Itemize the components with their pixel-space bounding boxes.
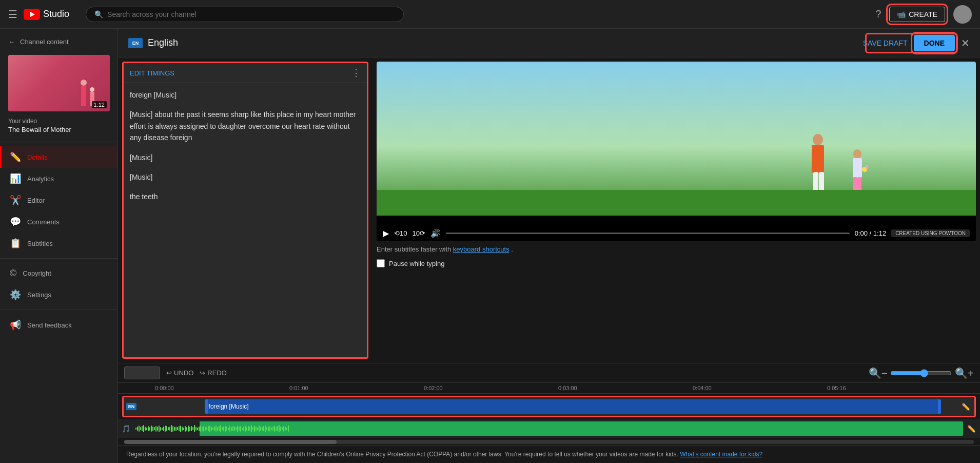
- sidebar-item-settings[interactable]: ⚙️ Settings: [0, 284, 117, 305]
- zoom-in-button[interactable]: 🔍+: [955, 367, 974, 379]
- subtitle-track-wrap: EN foreign [Music] ✏️: [122, 396, 976, 417]
- video-thumbnail: 1:12: [8, 55, 110, 111]
- rewind-button[interactable]: ⟲10: [394, 229, 407, 237]
- sidebar-item-editor[interactable]: ✂️ Editor: [0, 189, 117, 211]
- powtoon-watermark: CREATED USING POWTOON: [891, 229, 970, 237]
- subtitle-block-text: foreign [Music]: [209, 403, 249, 410]
- subtitle-track: EN foreign [Music] ✏️: [124, 397, 974, 416]
- modal-title: English: [148, 37, 178, 48]
- scrollbar-thumb[interactable]: [124, 440, 337, 444]
- back-icon: ←: [8, 38, 15, 46]
- timeline-section: 0:00:00 ↩ UNDO ↪ REDO 🔍− 🔍+: [118, 363, 980, 463]
- timeline-scrollbar[interactable]: [124, 440, 974, 444]
- sidebar-item-subtitles-label: Subtitles: [27, 240, 53, 247]
- subtitle-block-handle-left[interactable]: [205, 399, 208, 414]
- subtitle-entries: foreign [Music] [Music] about the past i…: [124, 83, 367, 357]
- topnav-right: ? 📹 CREATE: [875, 5, 972, 24]
- video-panel: ▶ ⟲10 10⟳ 🔊 0:00 / 1:12 CREATED USING PO…: [373, 57, 980, 363]
- undo-label: UNDO: [174, 369, 193, 377]
- sidebar-video-title: The Bewail of Mother: [8, 126, 109, 133]
- subtitle-block-handle-right[interactable]: [938, 399, 941, 414]
- undo-icon: ↩: [166, 369, 172, 377]
- edit-timings-button[interactable]: EDIT TIMINGS: [130, 69, 174, 77]
- sidebar-divider-2: [0, 258, 117, 259]
- bottom-text: Regardless of your location, you're lega…: [126, 451, 678, 458]
- ruler-mark-4: 0:04:00: [693, 385, 827, 391]
- avatar[interactable]: [953, 5, 972, 24]
- modal-actions: SAVE DRAFT DONE ✕: [863, 35, 970, 51]
- svg-point-2: [813, 134, 823, 145]
- track-edit-button[interactable]: ✏️: [957, 403, 974, 411]
- keyboard-shortcuts-link[interactable]: keyboard shortcuts: [453, 245, 509, 253]
- zoom-out-button[interactable]: 🔍−: [869, 367, 888, 379]
- svg-rect-3: [812, 145, 824, 173]
- pause-typing: Pause while typing: [377, 257, 976, 269]
- forward-button[interactable]: 10⟳: [412, 229, 425, 237]
- sidebar-item-comments[interactable]: 💬 Comments: [0, 211, 117, 233]
- subtitles-icon: 📋: [10, 238, 21, 249]
- ruler-mark-1: 0:01:00: [289, 385, 424, 391]
- save-draft-button[interactable]: SAVE DRAFT: [863, 39, 908, 47]
- ruler-mark-2: 0:02:00: [424, 385, 558, 391]
- back-button[interactable]: ← Channel content: [0, 33, 117, 51]
- settings-icon: ⚙️: [10, 289, 21, 300]
- comments-icon: 💬: [10, 216, 21, 227]
- timeline-scrollbar-wrap: [118, 438, 980, 445]
- sidebar-item-subtitles[interactable]: 📋 Subtitles: [0, 233, 117, 254]
- ruler-mark-5: 0:05:16: [827, 385, 962, 391]
- audio-track: 🎵 ✏️: [118, 419, 980, 438]
- studio-brand: Studio: [43, 9, 69, 20]
- analytics-icon: 📊: [10, 173, 21, 184]
- sidebar-item-comments-label: Comments: [27, 218, 60, 226]
- feedback-icon: 📢: [10, 319, 21, 331]
- lang-badge: EN: [132, 41, 139, 46]
- bottom-bar: Regardless of your location, you're lega…: [118, 445, 980, 463]
- search-bar[interactable]: 🔍: [86, 7, 404, 22]
- search-input[interactable]: [107, 10, 395, 18]
- video-thumbnail-wrap: 1:12: [0, 51, 117, 115]
- progress-bar[interactable]: [446, 233, 850, 234]
- time-display: 0:00 / 1:12: [855, 229, 886, 237]
- undo-button[interactable]: ↩ UNDO: [166, 369, 193, 377]
- thumb-duration: 1:12: [92, 101, 107, 108]
- pause-while-typing-label: Pause while typing: [389, 260, 444, 267]
- sidebar-item-analytics[interactable]: 📊 Analytics: [0, 168, 117, 189]
- pause-while-typing-checkbox[interactable]: [377, 259, 385, 267]
- video-controls: ▶ ⟲10 10⟳ 🔊 0:00 / 1:12 CREATED USING PO…: [377, 225, 976, 241]
- subtitle-panel-header: EDIT TIMINGS ⋮: [124, 63, 367, 83]
- hint-suffix: .: [511, 245, 513, 253]
- layout: ← Channel content: [0, 29, 980, 463]
- play-button[interactable]: ▶: [383, 228, 389, 238]
- hint-text: Enter subtitles faster with: [377, 245, 453, 253]
- ruler-track: 0:00:00 0:01:00 0:02:00 0:03:00 0:04:00 …: [155, 385, 962, 391]
- menu-icon[interactable]: ☰: [8, 8, 17, 21]
- subtitle-entry-3: [Music]: [130, 171, 361, 183]
- zoom-controls: 🔍− 🔍+: [869, 367, 974, 379]
- svg-rect-7: [853, 158, 862, 178]
- track-content[interactable]: foreign [Music]: [139, 397, 957, 416]
- help-icon[interactable]: ?: [875, 8, 881, 20]
- subtitle-block[interactable]: foreign [Music]: [205, 399, 942, 414]
- modal-body: EDIT TIMINGS ⋮ foreign [Music] [Music] a…: [118, 57, 980, 363]
- volume-button[interactable]: 🔊: [430, 228, 441, 238]
- sidebar-item-editor-label: Editor: [27, 197, 45, 204]
- coppa-link[interactable]: What's content made for kids?: [680, 451, 762, 458]
- time-input[interactable]: 0:00:00: [124, 366, 160, 379]
- done-btn-wrap: DONE: [914, 35, 955, 51]
- close-button[interactable]: ✕: [961, 37, 970, 49]
- done-button[interactable]: DONE: [914, 35, 955, 51]
- sidebar-item-copyright-label: Copyright: [23, 269, 51, 277]
- audio-icon: 🎵: [118, 425, 133, 433]
- subtitle-hint: Enter subtitles faster with keyboard sho…: [377, 241, 976, 257]
- sidebar-item-copyright[interactable]: © Copyright: [0, 263, 117, 284]
- zoom-slider[interactable]: [890, 369, 952, 377]
- main-content: EN English SAVE DRAFT DONE ✕: [118, 29, 980, 463]
- redo-button[interactable]: ↪ REDO: [200, 369, 227, 377]
- youtube-icon: [24, 9, 40, 20]
- create-button[interactable]: 📹 CREATE: [889, 7, 945, 22]
- sidebar-item-send-feedback[interactable]: 📢 Send feedback: [0, 314, 117, 336]
- audio-edit-button[interactable]: ✏️: [963, 425, 980, 433]
- panel-menu-button[interactable]: ⋮: [351, 67, 361, 79]
- sidebar-item-details[interactable]: ✏️ Details: [0, 146, 117, 168]
- subtitle-entry-2: [Music]: [130, 152, 361, 163]
